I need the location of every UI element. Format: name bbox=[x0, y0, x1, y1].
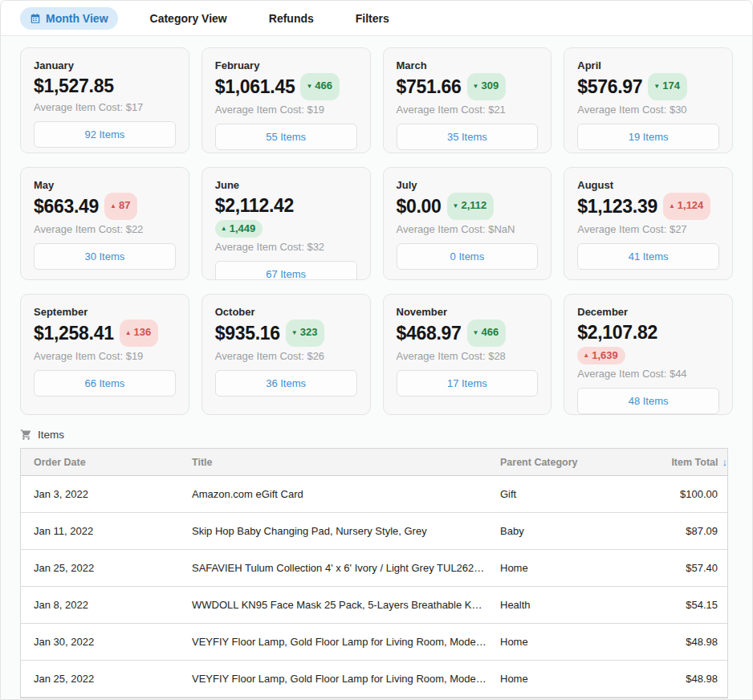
month-items-button[interactable]: 19 Items bbox=[577, 124, 719, 150]
month-name: October bbox=[215, 306, 357, 318]
change-badge: ▼309 bbox=[467, 73, 507, 100]
month-items-button[interactable]: 35 Items bbox=[397, 124, 539, 150]
col-header-item-total[interactable]: Item Total↓ bbox=[633, 449, 727, 475]
trend-arrow-icon: ▼ bbox=[306, 83, 312, 90]
trend-arrow-icon: ▲ bbox=[669, 202, 675, 210]
average-item-cost: Average Item Cost: $NaN bbox=[397, 223, 539, 235]
month-total: $576.97 bbox=[577, 75, 642, 99]
month-name: August bbox=[577, 179, 719, 191]
month-total: $0.00 bbox=[397, 194, 442, 218]
average-item-cost: Average Item Cost: $19 bbox=[34, 350, 176, 362]
month-name: April bbox=[577, 59, 719, 71]
table-row[interactable]: Jan 11, 2022 Skip Hop Baby Changing Pad,… bbox=[21, 513, 727, 550]
trend-arrow-icon: ▲ bbox=[125, 329, 132, 336]
change-badge: ▼323 bbox=[286, 319, 325, 347]
tab-category-view[interactable]: Category View bbox=[140, 7, 237, 30]
tab-label: Category View bbox=[150, 12, 227, 25]
item-total-cell: $48.98 bbox=[633, 624, 727, 660]
table-row[interactable]: Jan 30, 2022 VEYFIY Floor Lamp, Gold Flo… bbox=[21, 624, 727, 661]
item-total-cell: $48.98 bbox=[633, 661, 727, 697]
table-row[interactable]: Jan 8, 2022 WWDOLL KN95 Face Mask 25 Pac… bbox=[21, 587, 727, 624]
month-name: December bbox=[577, 306, 719, 318]
month-card-february: February $1,061.45▼466 Average Item Cost… bbox=[201, 47, 371, 153]
month-items-button[interactable]: 36 Items bbox=[215, 370, 357, 397]
items-table-header: Order Date Title Parent Category Item To… bbox=[21, 449, 727, 476]
title-cell: VEYFIY Floor Lamp, Gold Floor Lamp for L… bbox=[192, 624, 500, 660]
month-card-july: July $0.00▼2,112 Average Item Cost: $NaN… bbox=[383, 167, 552, 280]
trend-arrow-icon: ▲ bbox=[110, 202, 116, 210]
month-name: January bbox=[34, 59, 176, 71]
change-badge: ▼174 bbox=[648, 73, 687, 100]
col-header-parent-category[interactable]: Parent Category bbox=[500, 450, 633, 475]
month-card-january: January $1,527.85 Average Item Cost: $17… bbox=[20, 47, 189, 153]
month-items-button[interactable]: 67 Items bbox=[215, 261, 357, 280]
average-item-cost: Average Item Cost: $22 bbox=[34, 223, 176, 235]
average-item-cost: Average Item Cost: $30 bbox=[577, 104, 719, 116]
month-total: $751.66 bbox=[397, 75, 462, 99]
order-date-cell: Jan 11, 2022 bbox=[21, 513, 192, 549]
trend-arrow-icon: ▼ bbox=[453, 202, 459, 210]
month-name: June bbox=[215, 179, 357, 191]
month-card-december: December $2,107.82▲1,639 Average Item Co… bbox=[564, 294, 733, 415]
change-badge: ▼466 bbox=[300, 73, 340, 100]
month-name: March bbox=[397, 59, 539, 71]
item-total-cell: $57.40 bbox=[633, 550, 727, 586]
col-header-title[interactable]: Title bbox=[192, 450, 500, 475]
title-cell: WWDOLL KN95 Face Mask 25 Pack, 5-Layers … bbox=[192, 587, 500, 623]
category-cell: Home bbox=[500, 624, 633, 660]
change-badge: ▼2,112 bbox=[447, 193, 495, 220]
month-name: July bbox=[397, 179, 539, 191]
month-card-april: April $576.97▼174 Average Item Cost: $30… bbox=[564, 47, 733, 153]
table-row[interactable]: Jan 3, 2022 Amazon.com eGift Card Gift $… bbox=[21, 476, 727, 513]
col-header-order-date[interactable]: Order Date bbox=[21, 450, 192, 475]
month-items-button[interactable]: 30 Items bbox=[34, 243, 176, 270]
tab-label: Refunds bbox=[269, 12, 314, 25]
category-cell: Home bbox=[500, 661, 633, 697]
month-total: $935.16 bbox=[215, 321, 280, 345]
month-total: $1,123.39 bbox=[577, 194, 657, 218]
items-table: Order Date Title Parent Category Item To… bbox=[20, 448, 728, 698]
average-item-cost: Average Item Cost: $19 bbox=[215, 104, 357, 116]
category-cell: Gift bbox=[500, 476, 633, 512]
app-window: Month View Category View Refunds Filters… bbox=[0, 0, 753, 700]
tab-month-view[interactable]: Month View bbox=[20, 7, 118, 30]
month-items-button[interactable]: 92 Items bbox=[34, 121, 176, 148]
month-items-button[interactable]: 55 Items bbox=[215, 124, 357, 150]
average-item-cost: Average Item Cost: $17 bbox=[34, 101, 176, 113]
trend-arrow-icon: ▼ bbox=[653, 83, 660, 90]
month-items-button[interactable]: 66 Items bbox=[34, 370, 176, 397]
title-cell: VEYFIY Floor Lamp, Gold Floor Lamp for L… bbox=[192, 661, 500, 697]
trend-arrow-icon: ▼ bbox=[473, 329, 479, 336]
category-cell: Home bbox=[500, 550, 633, 586]
shopping-cart-icon bbox=[20, 429, 32, 441]
average-item-cost: Average Item Cost: $21 bbox=[397, 104, 539, 116]
top-nav: Month View Category View Refunds Filters bbox=[1, 1, 752, 36]
table-row[interactable]: Jan 25, 2022 SAFAVIEH Tulum Collection 4… bbox=[21, 550, 727, 587]
item-total-cell: $87.09 bbox=[633, 513, 727, 549]
calendar-icon bbox=[30, 13, 41, 24]
order-date-cell: Jan 3, 2022 bbox=[21, 476, 192, 512]
tab-filters[interactable]: Filters bbox=[346, 7, 399, 30]
items-table-body: Jan 3, 2022 Amazon.com eGift Card Gift $… bbox=[21, 476, 727, 698]
title-cell: Skip Hop Baby Changing Pad, Nursery Styl… bbox=[192, 513, 500, 549]
month-items-button[interactable]: 41 Items bbox=[577, 243, 719, 270]
average-item-cost: Average Item Cost: $26 bbox=[215, 350, 357, 362]
title-cell: Amazon.com eGift Card bbox=[192, 476, 500, 512]
order-date-cell: Jan 25, 2022 bbox=[21, 661, 192, 697]
average-item-cost: Average Item Cost: $27 bbox=[577, 223, 719, 235]
sort-descending-icon: ↓ bbox=[722, 456, 728, 468]
tab-refunds[interactable]: Refunds bbox=[259, 7, 324, 30]
month-name: September bbox=[34, 306, 176, 318]
category-cell: Baby bbox=[500, 513, 633, 549]
change-badge: ▲1,449 bbox=[215, 220, 263, 238]
items-section-header: Items bbox=[20, 429, 733, 441]
table-row[interactable]: Jan 25, 2022 VEYFIY Floor Lamp, Gold Flo… bbox=[21, 661, 727, 698]
month-total: $663.49 bbox=[34, 194, 99, 218]
change-badge: ▲136 bbox=[120, 319, 159, 347]
month-name: May bbox=[34, 179, 176, 191]
month-items-button[interactable]: 48 Items bbox=[577, 388, 719, 414]
month-name: November bbox=[397, 306, 539, 318]
month-items-button[interactable]: 17 Items bbox=[397, 370, 539, 397]
items-section-title: Items bbox=[38, 429, 64, 441]
month-items-button[interactable]: 0 Items bbox=[397, 243, 539, 270]
